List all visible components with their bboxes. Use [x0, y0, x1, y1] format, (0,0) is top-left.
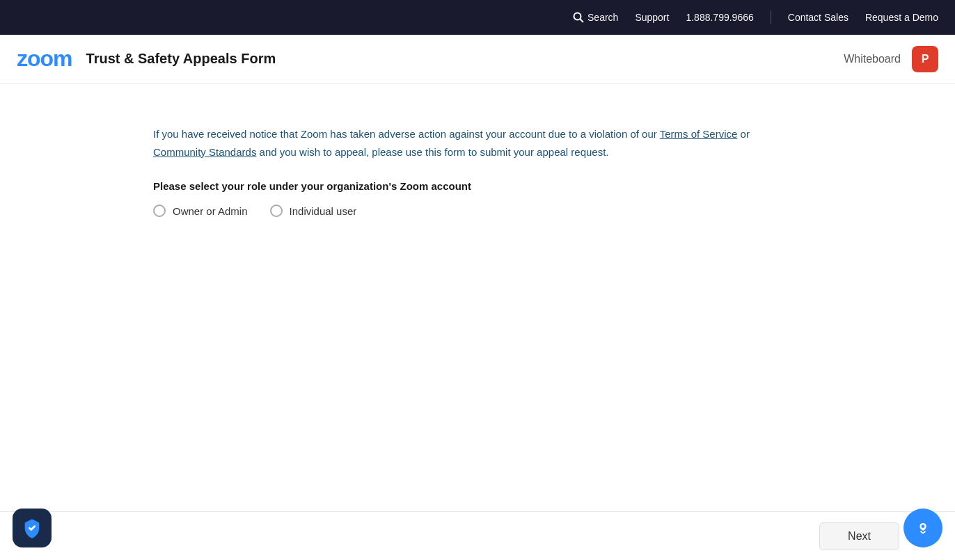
support-link[interactable]: Support: [635, 12, 669, 23]
request-demo-link[interactable]: Request a Demo: [865, 12, 938, 23]
header-left: zoom Trust & Safety Appeals Form: [17, 46, 276, 72]
phone-number: 1.888.799.9666: [686, 12, 753, 23]
user-avatar[interactable]: P: [912, 46, 938, 72]
header-right: Whiteboard P: [844, 46, 938, 72]
header: zoom Trust & Safety Appeals Form Whitebo…: [0, 35, 955, 83]
role-question: Please select your role under your organ…: [153, 180, 802, 192]
whiteboard-link[interactable]: Whiteboard: [844, 53, 901, 65]
search-label: Search: [587, 12, 618, 23]
page-title: Trust & Safety Appeals Form: [86, 51, 276, 67]
shield-icon: [22, 518, 42, 538]
search-nav-item[interactable]: Search: [573, 12, 618, 23]
intro-paragraph: If you have received notice that Zoom ha…: [153, 125, 802, 161]
nav-divider: [771, 10, 771, 24]
radio-group: Owner or Admin Individual user: [153, 205, 802, 217]
next-button[interactable]: Next: [819, 522, 899, 550]
radio-option-owner-admin[interactable]: Owner or Admin: [153, 205, 248, 217]
contact-sales-link[interactable]: Contact Sales: [788, 12, 849, 23]
chat-icon: [913, 518, 933, 538]
zoom-logo[interactable]: zoom: [17, 46, 72, 72]
radio-circle-owner-admin[interactable]: [153, 205, 166, 217]
main-content: If you have received notice that Zoom ha…: [136, 83, 819, 287]
radio-circle-individual-user[interactable]: [270, 205, 283, 217]
radio-option-individual-user[interactable]: Individual user: [270, 205, 357, 217]
footer-bar: Next: [0, 511, 955, 560]
shield-fab[interactable]: [13, 509, 52, 547]
terms-of-service-link[interactable]: Terms of Service: [660, 128, 738, 140]
svg-point-0: [574, 13, 581, 20]
intro-text-part2: or: [737, 128, 750, 140]
radio-label-owner-admin: Owner or Admin: [173, 205, 248, 217]
community-standards-link[interactable]: Community Standards: [153, 146, 256, 158]
svg-line-1: [581, 19, 584, 23]
intro-text-part1: If you have received notice that Zoom ha…: [153, 128, 660, 140]
search-icon: [573, 12, 584, 23]
chat-fab[interactable]: [903, 509, 942, 547]
intro-text-part3: and you wish to appeal, please use this …: [256, 146, 608, 158]
radio-label-individual-user: Individual user: [290, 205, 357, 217]
svg-point-3: [922, 525, 925, 528]
top-nav: Search Support 1.888.799.9666 Contact Sa…: [0, 0, 955, 35]
